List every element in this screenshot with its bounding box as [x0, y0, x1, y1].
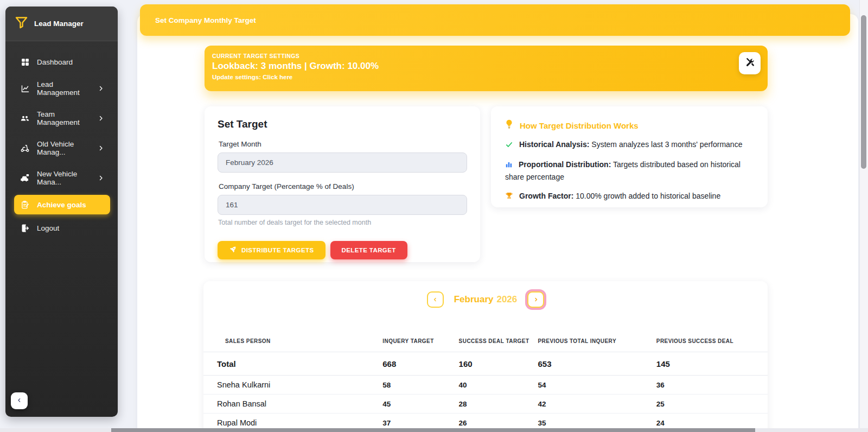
- sidebar-item-label: New Vehicle Mana...: [37, 170, 91, 186]
- sidebar-header: Lead Manager: [5, 7, 118, 41]
- sidebar: Lead Manager Dashboard Lead Management T…: [5, 7, 118, 417]
- info-card-title: How Target Distribution Works: [520, 121, 639, 130]
- month-name: February: [454, 294, 494, 304]
- sidebar-item-label: Lead Management: [37, 80, 91, 97]
- month-navigation: February2026: [203, 291, 768, 308]
- col-sales-person: SALES PERSON: [203, 332, 378, 352]
- app-title: Lead Manager: [34, 20, 84, 28]
- target-month-input[interactable]: [218, 153, 467, 173]
- chevron-right-icon: [98, 115, 104, 122]
- sidebar-item-achieve-goals[interactable]: Achieve goals: [14, 195, 110, 214]
- sidebar-item-team-management[interactable]: Team Management: [14, 105, 110, 131]
- sidebar-item-lead-management[interactable]: Lead Management: [14, 75, 110, 101]
- edit-settings-button[interactable]: [739, 52, 761, 74]
- settings-eyebrow: CURRENT TARGET SETTINGS: [212, 53, 730, 59]
- col-previous-success-deal: PREVIOUS SUCCESS DEAL: [652, 332, 768, 352]
- target-month-label: Target Month: [219, 140, 467, 148]
- distribute-targets-label: DISTRIBUTE TARGETS: [241, 247, 314, 253]
- current-target-settings-card: CURRENT TARGET SETTINGS Lookback: 3 mont…: [205, 46, 768, 91]
- target-helper-text: Total number of deals target for the sel…: [218, 219, 467, 226]
- previous-month-button[interactable]: [427, 291, 444, 308]
- col-previous-total-inquery: PREVIOUS TOTAL INQUERY: [533, 332, 652, 352]
- col-success-deal-target: SUCCESS DEAL TARGET: [455, 332, 534, 352]
- table-row: Sneha Kulkarni 58 40 54 36: [203, 376, 768, 395]
- chevron-left-icon: [16, 397, 22, 405]
- settings-headline: Lookback: 3 months | Growth: 10.00%: [212, 61, 730, 72]
- table-row: Rohan Bansal 45 28 42 25: [203, 395, 768, 414]
- chart-line-icon: [20, 84, 30, 93]
- sidebar-item-label: Old Vehicle Manag...: [37, 140, 91, 156]
- delete-target-label: DELETE TARGET: [342, 247, 396, 253]
- settings-update-link[interactable]: Update settings: Click here: [212, 74, 730, 80]
- distribute-targets-button[interactable]: DISTRIBUTE TARGETS: [218, 241, 326, 259]
- logout-icon: [20, 223, 30, 233]
- chevron-right-icon: [98, 175, 104, 181]
- chevron-right-icon: [533, 297, 539, 302]
- sidebar-item-old-vehicle-management[interactable]: Old Vehicle Manag...: [14, 135, 110, 161]
- funnel-logo-icon: [14, 15, 29, 32]
- sidebar-item-label: Achieve goals: [37, 201, 86, 209]
- company-target-input[interactable]: [218, 195, 467, 215]
- vertical-scrollbar-thumb[interactable]: [861, 15, 866, 169]
- delete-target-button[interactable]: DELETE TARGET: [330, 241, 407, 259]
- info-item-historical: Historical Analysis: System analyzes las…: [505, 139, 754, 151]
- sidebar-item-label: Team Management: [37, 110, 91, 126]
- company-target-label: Company Target (Percentage % of Deals): [219, 182, 467, 190]
- sidebar-collapse-button[interactable]: [11, 392, 28, 409]
- trophy-icon: [505, 192, 513, 203]
- form-title: Set Target: [218, 118, 467, 130]
- next-month-button[interactable]: [527, 291, 544, 308]
- table-header-row: SALES PERSON INQUERY TARGET SUCCESS DEAL…: [203, 332, 768, 352]
- sidebar-item-label: Dashboard: [37, 58, 73, 66]
- selected-month-heading: February2026: [454, 294, 518, 305]
- set-target-card: Set Target Target Month Company Target (…: [205, 106, 480, 262]
- sidebar-item-logout[interactable]: Logout: [14, 218, 110, 238]
- col-inquery-target: INQUERY TARGET: [378, 332, 454, 352]
- bar-chart-icon: [505, 160, 513, 171]
- monthly-target-table-card: February2026 SALES PERSON INQUERY TARGET…: [203, 281, 768, 432]
- info-item-growth: Growth Factor: 10.00% growth added to hi…: [505, 190, 754, 203]
- chevron-right-icon: [98, 145, 104, 151]
- clipboard-check-icon: [20, 200, 30, 209]
- sidebar-item-label: Logout: [37, 224, 59, 232]
- page-title: Set Company Monthly Target: [155, 16, 256, 24]
- month-year: 2026: [496, 294, 517, 304]
- sidebar-nav: Dashboard Lead Management Team Managemen…: [5, 41, 118, 238]
- chevron-left-icon: [432, 297, 438, 302]
- users-icon: [20, 113, 30, 123]
- table-total-row: Total 668 160 653 145: [203, 352, 768, 376]
- chevron-right-icon: [98, 85, 104, 92]
- horizontal-scrollbar-thumb[interactable]: [111, 428, 755, 432]
- targets-table: SALES PERSON INQUERY TARGET SUCCESS DEAL…: [203, 332, 768, 432]
- scooter-icon: [20, 143, 30, 153]
- page-banner: Set Company Monthly Target: [140, 4, 850, 36]
- check-icon: [505, 140, 513, 151]
- dashboard-grid-icon: [20, 57, 30, 67]
- screwdriver-wrench-icon: [744, 57, 755, 69]
- car-icon: [20, 173, 30, 183]
- sidebar-item-dashboard[interactable]: Dashboard: [14, 52, 110, 72]
- how-it-works-card: How Target Distribution Works Historical…: [491, 106, 768, 207]
- sidebar-item-new-vehicle-management[interactable]: New Vehicle Mana...: [14, 165, 110, 191]
- rocket-icon: [229, 246, 237, 255]
- lightbulb-icon: [505, 119, 513, 131]
- info-item-proportional: Proportional Distribution: Targets distr…: [505, 159, 754, 183]
